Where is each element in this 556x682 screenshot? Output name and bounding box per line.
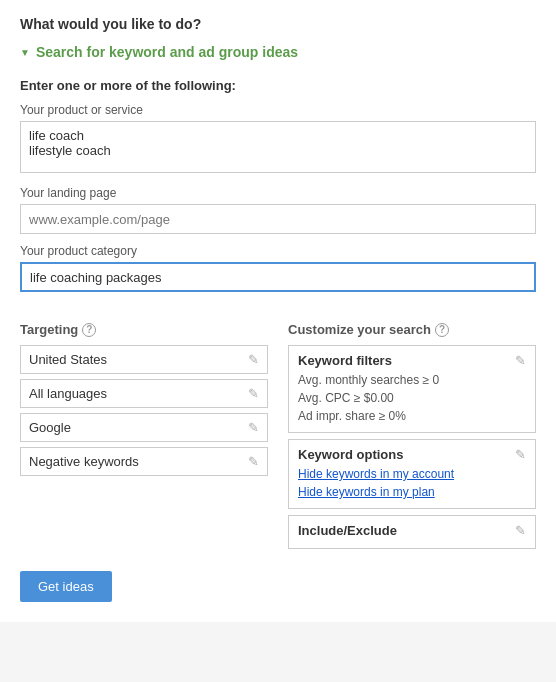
include-exclude-title: Include/Exclude xyxy=(298,523,397,538)
keyword-filters-card: Keyword filters ✎ Avg. monthly searches … xyxy=(288,345,536,433)
targeting-negative-label: Negative keywords xyxy=(29,454,139,469)
keyword-options-title: Keyword options xyxy=(298,447,403,462)
include-exclude-title-row: Include/Exclude ✎ xyxy=(298,523,526,541)
keyword-filters-title-row: Keyword filters ✎ xyxy=(298,353,526,371)
edit-include-exclude-icon[interactable]: ✎ xyxy=(515,523,526,538)
targeting-help-icon[interactable]: ? xyxy=(82,323,96,337)
edit-options-icon[interactable]: ✎ xyxy=(515,447,526,462)
product-textarea[interactable]: life coach lifestyle coach xyxy=(20,121,536,173)
targeting-column: Targeting ? United States ✎ All language… xyxy=(20,322,268,555)
edit-language-icon[interactable]: ✎ xyxy=(248,386,259,401)
form-section: Enter one or more of the following: Your… xyxy=(20,74,536,312)
targeting-item-country[interactable]: United States ✎ xyxy=(20,345,268,374)
include-exclude-card: Include/Exclude ✎ xyxy=(288,515,536,549)
targeting-item-network[interactable]: Google ✎ xyxy=(20,413,268,442)
hide-account-keywords-link[interactable]: Hide keywords in my account xyxy=(298,465,526,483)
section-title[interactable]: Search for keyword and ad group ideas xyxy=(36,44,298,60)
get-ideas-button[interactable]: Get ideas xyxy=(20,571,112,602)
section-header: ▼ Search for keyword and ad group ideas xyxy=(20,44,536,60)
targeting-country-label: United States xyxy=(29,352,107,367)
category-input[interactable] xyxy=(20,262,536,292)
bottom-section: Targeting ? United States ✎ All language… xyxy=(20,322,536,555)
edit-negative-icon[interactable]: ✎ xyxy=(248,454,259,469)
customize-title: Customize your search ? xyxy=(288,322,536,337)
collapse-icon[interactable]: ▼ xyxy=(20,47,30,58)
targeting-item-negative[interactable]: Negative keywords ✎ xyxy=(20,447,268,476)
page-question: What would you like to do? xyxy=(20,16,536,32)
landing-label: Your landing page xyxy=(20,186,536,200)
hide-plan-keywords-link[interactable]: Hide keywords in my plan xyxy=(298,483,526,501)
customize-help-icon[interactable]: ? xyxy=(435,323,449,337)
main-container: What would you like to do? ▼ Search for … xyxy=(0,0,556,622)
keyword-filters-detail: Avg. monthly searches ≥ 0 Avg. CPC ≥ $0.… xyxy=(298,371,526,425)
product-label: Your product or service xyxy=(20,103,536,117)
edit-filters-icon[interactable]: ✎ xyxy=(515,353,526,368)
targeting-network-label: Google xyxy=(29,420,71,435)
landing-input[interactable] xyxy=(20,204,536,234)
edit-country-icon[interactable]: ✎ xyxy=(248,352,259,367)
edit-network-icon[interactable]: ✎ xyxy=(248,420,259,435)
customize-column: Customize your search ? Keyword filters … xyxy=(288,322,536,555)
keyword-options-card: Keyword options ✎ Hide keywords in my ac… xyxy=(288,439,536,509)
form-instruction: Enter one or more of the following: xyxy=(20,78,536,93)
keyword-options-title-row: Keyword options ✎ xyxy=(298,447,526,465)
targeting-item-language[interactable]: All languages ✎ xyxy=(20,379,268,408)
targeting-title: Targeting ? xyxy=(20,322,268,337)
keyword-filters-title: Keyword filters xyxy=(298,353,392,368)
targeting-language-label: All languages xyxy=(29,386,107,401)
category-label: Your product category xyxy=(20,244,536,258)
